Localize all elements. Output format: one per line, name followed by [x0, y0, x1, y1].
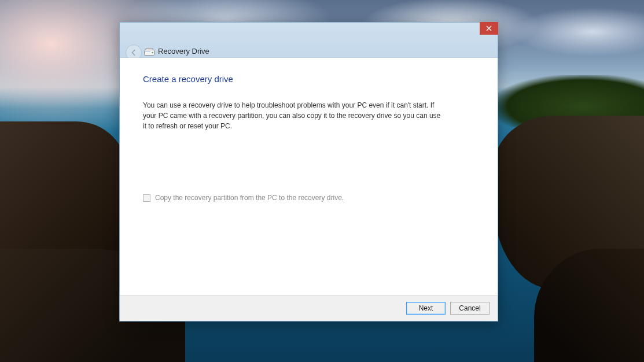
copy-partition-checkbox: [143, 194, 150, 202]
next-button[interactable]: Next: [406, 302, 446, 315]
svg-point-2: [152, 52, 153, 53]
close-icon: [486, 25, 492, 31]
copy-partition-label: Copy the recovery partition from the PC …: [155, 194, 344, 202]
svg-rect-1: [145, 51, 150, 52]
drive-icon: [144, 48, 154, 56]
close-button[interactable]: [480, 22, 498, 35]
wizard-footer: Next Cancel: [120, 295, 498, 321]
cancel-button[interactable]: Cancel: [450, 302, 490, 315]
window-title: Recovery Drive: [158, 47, 209, 56]
back-arrow-icon: [130, 49, 138, 57]
wizard-content: Create a recovery drive You can use a re…: [120, 58, 498, 295]
page-description: You can use a recovery drive to help tro…: [143, 100, 444, 131]
desktop-wallpaper: Recovery Drive Create a recovery drive Y…: [0, 0, 644, 362]
svg-rect-3: [146, 49, 153, 50]
page-heading: Create a recovery drive: [143, 74, 474, 84]
recovery-drive-window: Recovery Drive Create a recovery drive Y…: [119, 22, 498, 322]
copy-partition-option: Copy the recovery partition from the PC …: [143, 194, 474, 202]
titlebar[interactable]: Recovery Drive: [120, 23, 498, 58]
